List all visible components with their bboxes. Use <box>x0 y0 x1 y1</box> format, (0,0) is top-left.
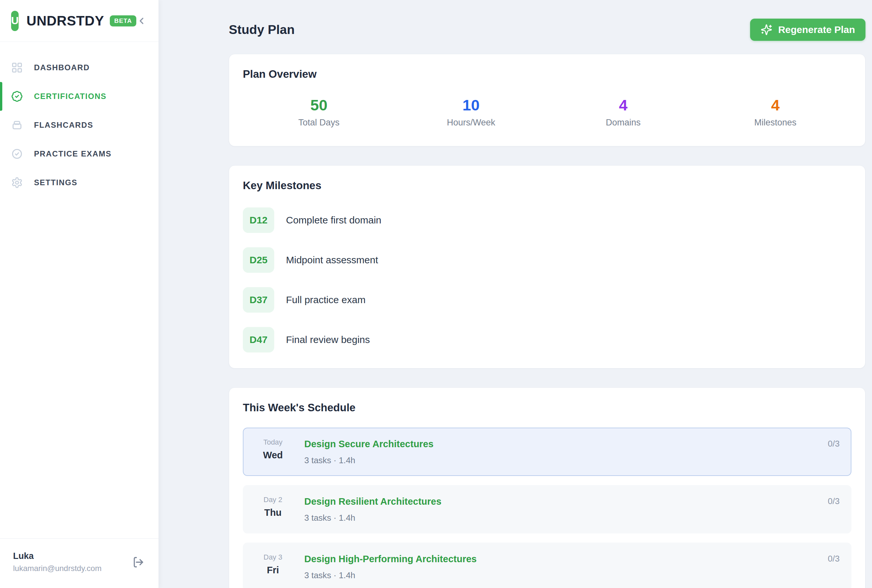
key-milestones-card: Key Milestones D12 Complete first domain… <box>229 165 866 369</box>
schedule-topic-title: Design Resilient Architectures <box>304 496 828 507</box>
sidebar-item-label: PRACTICE EXAMS <box>34 149 111 158</box>
key-milestones-title: Key Milestones <box>243 179 851 192</box>
plan-overview-card: Plan Overview 50 Total Days 10 Hours/Wee… <box>229 54 866 146</box>
schedule-topic-title: Design Secure Architectures <box>304 439 828 450</box>
gear-icon <box>11 177 23 189</box>
sidebar-item-label: DASHBOARD <box>34 63 90 72</box>
brand-name: UNDRSTDY <box>27 13 104 29</box>
sidebar-item-flashcards[interactable]: FLASHCARDS <box>0 111 158 140</box>
milestone-label: Final review begins <box>286 334 370 345</box>
milestone-label: Full practice exam <box>286 294 365 305</box>
milestone-row: D25 Midpoint assessment <box>243 247 851 273</box>
stat-label: Hours/Week <box>395 118 547 128</box>
logout-button[interactable] <box>132 556 144 568</box>
regenerate-plan-button[interactable]: Regenerate Plan <box>750 19 866 41</box>
schedule-progress: 0/3 <box>828 439 840 449</box>
milestone-row: D37 Full practice exam <box>243 287 851 313</box>
schedule-day: Today Wed <box>255 438 291 460</box>
beta-badge: BETA <box>110 15 136 27</box>
user-email: lukamarin@undrstdy.com <box>13 564 102 573</box>
chevron-left-icon <box>136 16 147 26</box>
logo-row: U UNDRSTDY BETA <box>0 0 158 42</box>
schedule-day-tag: Day 3 <box>255 553 291 561</box>
milestone-row: D47 Final review begins <box>243 327 851 352</box>
sidebar-collapse-button[interactable] <box>136 16 147 26</box>
milestone-list: D12 Complete first domain D25 Midpoint a… <box>243 207 851 352</box>
stat-value: 50 <box>243 97 395 114</box>
user-info: Luka lukamarin@undrstdy.com <box>13 551 102 573</box>
check-circle-icon <box>11 148 23 160</box>
sidebar-item-settings[interactable]: SETTINGS <box>0 168 158 197</box>
page-header: Study Plan Regenerate Plan <box>229 19 866 41</box>
schedule-day: Day 2 Thu <box>255 495 291 518</box>
stat-label: Domains <box>547 118 699 128</box>
stat-label: Milestones <box>699 118 852 128</box>
schedule-info: Design Resilient Architectures 3 tasks ·… <box>304 495 828 523</box>
brand-logo: U <box>11 11 19 31</box>
schedule-row-today[interactable]: Today Wed Design Secure Architectures 3 … <box>243 428 851 476</box>
schedule-row[interactable]: Day 2 Thu Design Resilient Architectures… <box>243 485 851 534</box>
main-content: Study Plan Regenerate Plan Plan Overview… <box>159 0 872 588</box>
schedule-info: Design Secure Architectures 3 tasks · 1.… <box>304 438 828 465</box>
milestone-day-badge: D25 <box>243 247 274 273</box>
schedule-meta: 3 tasks · 1.4h <box>304 513 828 523</box>
sidebar-nav: DASHBOARD CERTIFICATIONS FLASHCARDS PRAC… <box>0 42 158 538</box>
week-schedule-card: This Week's Schedule Today Wed Design Se… <box>229 387 866 588</box>
plan-overview-title: Plan Overview <box>243 68 851 80</box>
stat-value: 4 <box>699 97 852 114</box>
schedule-day-name: Wed <box>255 450 291 460</box>
milestone-row: D12 Complete first domain <box>243 207 851 233</box>
sidebar-item-label: SETTINGS <box>34 178 77 187</box>
stat-label: Total Days <box>243 118 395 128</box>
milestone-day-badge: D12 <box>243 207 274 233</box>
schedule-meta: 3 tasks · 1.4h <box>304 570 828 580</box>
logout-icon <box>132 556 144 568</box>
schedule-day-tag: Today <box>255 438 291 447</box>
schedule-progress: 0/3 <box>828 496 840 506</box>
stat-hours-week: 10 Hours/Week <box>395 97 547 128</box>
schedule-day: Day 3 Fri <box>255 553 291 576</box>
schedule-progress: 0/3 <box>828 554 840 564</box>
schedule-day-tag: Day 2 <box>255 495 291 504</box>
grid-icon <box>11 62 23 74</box>
schedule-day-name: Thu <box>255 507 291 518</box>
week-schedule-title: This Week's Schedule <box>243 402 851 414</box>
plan-overview-stats: 50 Total Days 10 Hours/Week 4 Domains 4 … <box>243 97 851 128</box>
milestone-day-badge: D37 <box>243 287 274 313</box>
sidebar-item-dashboard[interactable]: DASHBOARD <box>0 53 158 82</box>
schedule-info: Design High-Performing Architectures 3 t… <box>304 553 828 580</box>
badge-check-icon <box>11 90 23 102</box>
milestone-day-badge: D47 <box>243 327 274 352</box>
schedule-list: Today Wed Design Secure Architectures 3 … <box>243 428 851 588</box>
user-footer: Luka lukamarin@undrstdy.com <box>0 538 158 588</box>
schedule-row[interactable]: Day 3 Fri Design High-Performing Archite… <box>243 543 851 588</box>
sidebar-item-practice-exams[interactable]: PRACTICE EXAMS <box>0 140 158 168</box>
regenerate-plan-label: Regenerate Plan <box>778 24 855 35</box>
sidebar-item-label: FLASHCARDS <box>34 120 93 130</box>
milestone-label: Midpoint assessment <box>286 255 378 266</box>
stat-domains: 4 Domains <box>547 97 699 128</box>
stat-value: 4 <box>547 97 699 114</box>
page-title: Study Plan <box>229 22 295 37</box>
card-box-icon <box>11 119 23 131</box>
sidebar-item-label: CERTIFICATIONS <box>34 92 107 101</box>
stat-total-days: 50 Total Days <box>243 97 395 128</box>
schedule-meta: 3 tasks · 1.4h <box>304 455 828 465</box>
milestone-label: Complete first domain <box>286 214 382 226</box>
schedule-day-name: Fri <box>255 565 291 576</box>
stat-milestones: 4 Milestones <box>699 97 852 128</box>
schedule-topic-title: Design High-Performing Architectures <box>304 554 828 564</box>
stat-value: 10 <box>395 97 547 114</box>
sparkles-icon <box>761 24 772 36</box>
user-name: Luka <box>13 551 102 561</box>
sidebar-item-certifications[interactable]: CERTIFICATIONS <box>0 82 158 111</box>
sidebar: U UNDRSTDY BETA DASHBOARD CERTIFICATIONS <box>0 0 159 588</box>
